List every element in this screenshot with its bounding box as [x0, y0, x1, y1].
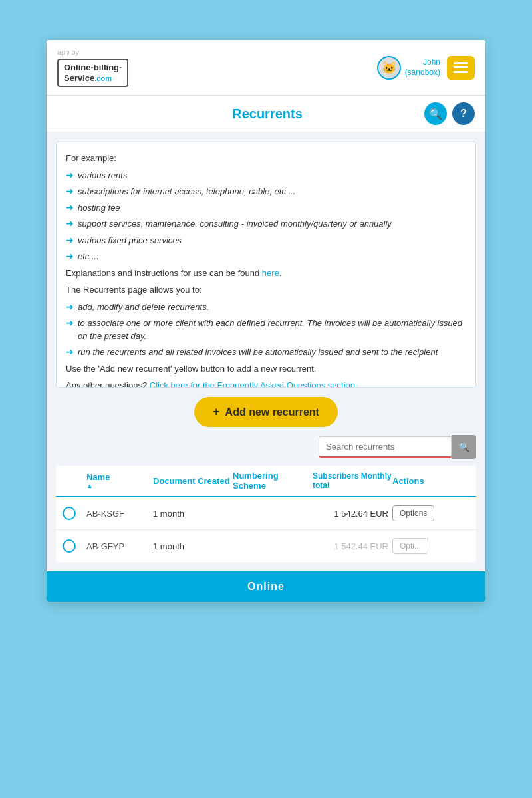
options-button[interactable]: Opti... — [392, 538, 428, 554]
col-document-created: Document Created — [153, 476, 233, 486]
capability-item: ➜ run the recurrents and all related inv… — [66, 346, 465, 359]
arrow-icon: ➜ — [66, 301, 74, 312]
add-new-recurrent-button[interactable]: + Add new recurrent — [194, 397, 338, 427]
header-right: 🐱 John (sandbox) — [377, 56, 475, 80]
header-left: app by Online-billing- Service.com — [57, 48, 128, 87]
item-text: various rents — [78, 169, 127, 182]
capability-text: to associate one or more client with eac… — [78, 317, 465, 342]
table-row: AB-GFYP 1 month 1 542.44 EUR Opti... — [56, 530, 476, 562]
item-text: subscriptions for internet access, telep… — [78, 185, 295, 198]
app-window: app by Online-billing- Service.com 🐱 Joh… — [47, 40, 485, 602]
row-amount: 1 542.44 EUR — [313, 541, 392, 551]
recurrents-table: Name ▲ Document Created Numbering Scheme… — [56, 466, 476, 562]
main-content: + Add new recurrent 🔍 Name ▲ — [47, 397, 485, 571]
info-panel: For example: ➜ various rents ➜ subscript… — [56, 142, 476, 388]
add-hint-text: Use the 'Add new recurrent' yellow butto… — [66, 362, 465, 376]
row-amount: 1 542.64 EUR — [313, 509, 392, 519]
avatar: 🐱 — [377, 56, 401, 80]
logo-box: Online-billing- Service.com — [57, 59, 128, 87]
here-link[interactable]: here — [262, 268, 279, 278]
arrow-icon: ➜ — [66, 218, 74, 229]
row-actions: Opti... — [392, 538, 446, 554]
add-btn-container: + Add new recurrent — [56, 397, 476, 427]
list-item: ➜ etc ... — [66, 250, 465, 263]
recurrents-intro: The Recurrents page allows you to: — [66, 283, 465, 297]
sort-arrow-icon: ▲ — [86, 482, 93, 489]
faq-link[interactable]: Click here for the Frequently Asked Ques… — [150, 380, 355, 388]
col-numbering-scheme: Numbering Scheme — [233, 471, 313, 491]
search-button[interactable]: 🔍 — [452, 435, 476, 459]
arrow-icon: ➜ — [66, 235, 74, 245]
explanation-text: Explanations and instructions for use ca… — [66, 267, 465, 280]
add-button-label: Add new recurrent — [225, 406, 319, 418]
faq-text: Any other questions? Click here for the … — [66, 379, 465, 388]
item-text: various fixed price services — [78, 234, 182, 247]
arrow-icon: ➜ — [66, 346, 74, 357]
search-icon[interactable]: 🔍 — [424, 102, 447, 125]
search-bar: 🔍 — [56, 435, 476, 459]
capability-text: add, modify and delete recurrents. — [78, 301, 209, 314]
col-actions: Actions — [392, 476, 446, 486]
options-button[interactable]: Options — [392, 505, 434, 521]
menu-button[interactable] — [447, 56, 475, 80]
plus-icon: + — [213, 405, 220, 419]
row-document-created: 1 month — [153, 541, 233, 551]
title-icons: 🔍 ? — [424, 102, 475, 125]
row-document-created: 1 month — [153, 509, 233, 519]
user-name: John (sandbox) — [405, 57, 440, 78]
list-item: ➜ various fixed price services — [66, 234, 465, 247]
user-info: 🐱 John (sandbox) — [377, 56, 440, 80]
header: app by Online-billing- Service.com 🐱 Joh… — [47, 40, 485, 96]
item-text: hosting fee — [78, 201, 120, 215]
search-input[interactable] — [319, 436, 452, 458]
row-name: AB-KSGF — [86, 509, 153, 519]
list-item: ➜ subscriptions for internet access, tel… — [66, 185, 465, 198]
arrow-icon: ➜ — [66, 202, 74, 213]
col-name[interactable]: Name ▲ — [86, 472, 153, 489]
search-btn-icon: 🔍 — [458, 442, 469, 452]
row-actions: Options — [392, 505, 446, 521]
online-label: Online — [247, 581, 285, 592]
arrow-icon: ➜ — [66, 317, 74, 328]
item-text: support services, maintenance, consultin… — [78, 217, 392, 231]
search-input-wrap: 🔍 — [319, 435, 476, 459]
row-name: AB-GFYP — [86, 541, 153, 551]
logo-text: Online-billing- Service.com — [64, 63, 122, 83]
item-text: etc ... — [78, 250, 99, 263]
col-subscribers-monthly-total: Subscribers Monthly total — [313, 471, 392, 490]
arrow-icon: ➜ — [66, 170, 74, 180]
table-row: AB-KSGF 1 month 1 542.64 EUR Options — [56, 497, 476, 530]
capability-item: ➜ to associate one or more client with e… — [66, 317, 465, 342]
table-header-row: Name ▲ Document Created Numbering Scheme… — [56, 466, 476, 497]
row-select-radio[interactable] — [63, 507, 76, 520]
list-item: ➜ hosting fee — [66, 201, 465, 215]
capability-item: ➜ add, modify and delete recurrents. — [66, 301, 465, 314]
for-example-text: For example: — [66, 152, 465, 165]
capability-text: run the recurrents and all related invoi… — [78, 346, 438, 359]
page-title-bar: Recurrents 🔍 ? — [47, 96, 485, 132]
help-icon[interactable]: ? — [452, 102, 475, 125]
list-item: ➜ support services, maintenance, consult… — [66, 217, 465, 231]
page-title: Recurrents — [110, 106, 424, 122]
row-select-radio[interactable] — [63, 539, 76, 553]
arrow-icon: ➜ — [66, 251, 74, 261]
list-item: ➜ various rents — [66, 169, 465, 182]
app-by-text: app by — [57, 48, 79, 56]
online-bar: Online — [47, 571, 485, 602]
arrow-icon: ➜ — [66, 186, 74, 196]
